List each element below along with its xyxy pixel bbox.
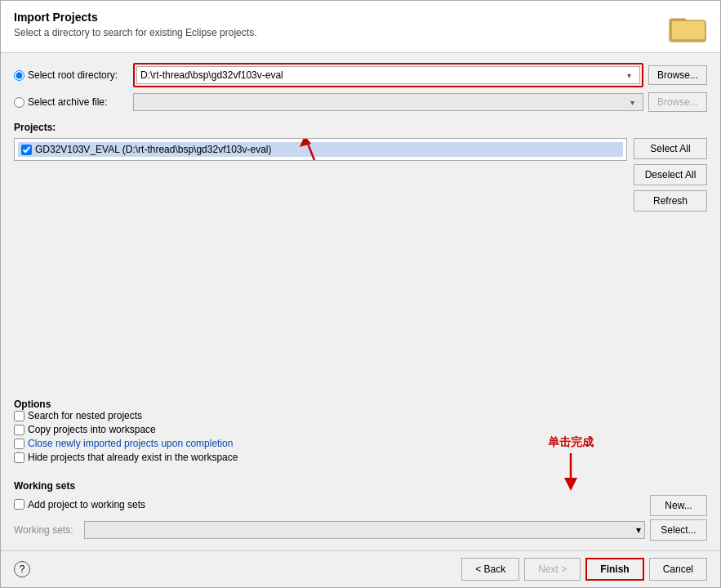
projects-buttons: Select All Deselect All Refresh [634,138,707,385]
directory-input-wrapper: D:\rt-thread\bsp\gd32vf103v-eval ▾ [133,63,643,87]
working-sets-combo[interactable]: ▾ [84,521,645,539]
select-all-button[interactable]: Select All [634,138,707,159]
archive-combo: ▾ [133,93,643,111]
working-sets-label: Working sets [14,480,707,492]
new-working-set-button[interactable]: New... [650,495,707,516]
dialog-subtitle: Select a directory to search for existin… [14,27,256,38]
select-archive-row: Select archive file: ▾ Browse... [14,92,707,112]
select-archive-radio-label[interactable]: Select archive file: [14,96,128,108]
select-working-set-button[interactable]: Select... [650,519,707,541]
select-root-row: Select root directory: D:\rt-thread\bsp\… [14,63,707,87]
working-sets-arrow: ▾ [636,524,641,536]
working-sets-section: Working sets Add project to working sets… [14,475,707,541]
svg-rect-2 [671,20,705,40]
projects-list-container: GD32V103V_EVAL (D:\rt-thread\bsp\gd32vf1… [14,138,627,385]
list-item[interactable]: GD32V103V_EVAL (D:\rt-thread\bsp\gd32vf1… [18,142,623,157]
project-item-text: GD32V103V_EVAL (D:\rt-thread\bsp\gd32vf1… [35,144,272,155]
dialog-header: Import Projects Select a directory to se… [1,1,720,53]
copy-projects-checkbox[interactable] [14,425,24,435]
directory-combo[interactable]: D:\rt-thread\bsp\gd32vf103v-eval ▾ [136,66,640,84]
footer-right: < Back Next > Finish Cancel [461,558,707,581]
cancel-button[interactable]: Cancel [649,558,707,581]
deselect-all-button[interactable]: Deselect All [634,164,707,185]
projects-section-label: Projects: [14,122,707,133]
nested-projects-checkbox-label[interactable]: Search for nested projects [14,410,707,421]
projects-area: GD32V103V_EVAL (D:\rt-thread\bsp\gd32vf1… [14,138,707,385]
select-archive-radio[interactable] [14,97,24,108]
finish-button[interactable]: Finish [585,558,643,581]
browse-archive-button[interactable]: Browse... [648,92,707,112]
project-checkbox[interactable] [21,145,32,155]
hide-projects-checkbox-label[interactable]: Hide projects that already exist in the … [14,452,707,463]
next-button[interactable]: Next > [524,558,581,581]
import-projects-dialog: Import Projects Select a directory to se… [0,0,721,588]
refresh-button[interactable]: Refresh [634,190,707,212]
close-imported-checkbox-label[interactable]: Close newly imported projects upon compl… [14,438,707,449]
add-working-sets-checkbox-label[interactable]: Add project to working sets [14,499,145,510]
help-button[interactable]: ? [14,561,30,577]
working-sets-field-label: Working sets: [14,524,79,536]
dialog-body: Select root directory: D:\rt-thread\bsp\… [1,53,720,550]
nested-projects-checkbox[interactable] [14,411,24,421]
options-section: Options Search for nested projects Copy … [14,394,707,466]
working-sets-combo-row: Working sets: ▾ Select... [14,519,707,541]
select-root-radio-label[interactable]: Select root directory: [14,69,128,81]
archive-dropdown-arrow: ▾ [626,98,639,107]
browse-root-button[interactable]: Browse... [648,65,707,85]
back-button[interactable]: < Back [461,558,519,581]
close-imported-checkbox[interactable] [14,439,24,449]
copy-projects-checkbox-label[interactable]: Copy projects into workspace [14,424,707,435]
dialog-footer: ? < Back Next > Finish Cancel [1,550,720,587]
select-root-radio[interactable] [14,70,24,81]
directory-dropdown-arrow[interactable]: ▾ [623,71,636,80]
directory-value: D:\rt-thread\bsp\gd32vf103v-eval [140,69,623,81]
options-label: Options [14,399,707,410]
footer-left: ? [14,561,30,577]
folder-icon [668,11,707,46]
add-working-sets-checkbox[interactable] [14,499,24,510]
hide-projects-checkbox[interactable] [14,452,24,463]
projects-panel[interactable]: GD32V103V_EVAL (D:\rt-thread\bsp\gd32vf1… [14,138,627,161]
add-working-sets-row: Add project to working sets New... [14,495,707,516]
dialog-title: Import Projects [14,11,256,24]
